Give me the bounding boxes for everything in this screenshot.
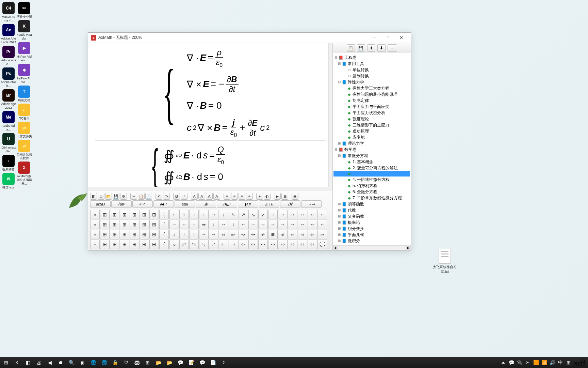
arrow-symbol-button[interactable]: → (189, 210, 199, 219)
desktop-txt-file[interactable]: 大飞哥软件自习室.txt (433, 249, 457, 274)
tree-node[interactable]: ⊟📘常微分方程 (333, 153, 410, 159)
tree-node[interactable]: ◆1. 基本概念 (333, 159, 410, 165)
arrow-symbol-button[interactable]: ↜ (229, 230, 238, 239)
arrow-symbol-button[interactable]: ← (317, 220, 327, 229)
matrix-template-button[interactable]: ⊞ (130, 240, 139, 249)
symbol-tab[interactable]: ÷∴∵ (132, 200, 153, 208)
arrow-symbol-button[interactable]: → (169, 220, 179, 229)
toolbar-button[interactable]: ▶ (274, 193, 281, 200)
matrix-template-button[interactable]: ⊞ (140, 230, 149, 239)
arrow-symbol-button[interactable]: ⇔ (219, 230, 228, 239)
arrow-symbol-button[interactable]: ↑ (189, 230, 199, 239)
arrow-symbol-button[interactable]: ↔ (209, 230, 218, 239)
tree-node[interactable]: ◆7. 二阶常系数线性微分方程 (333, 195, 410, 201)
taskbar-app[interactable]: ⊞ (143, 358, 152, 367)
matrix-template-button[interactable]: ⊞ (110, 230, 119, 239)
toolbar-button[interactable]: B (173, 193, 180, 200)
arrow-symbol-button[interactable]: ≉ (278, 230, 288, 239)
arrow-symbol-button[interactable]: ↕ (219, 210, 228, 219)
tree-node[interactable]: ◆4. 一阶线性微分方程 (333, 177, 410, 183)
matrix-template-button[interactable]: ▫ (90, 230, 100, 239)
horizontal-scrollbar[interactable] (88, 187, 332, 191)
arrow-symbol-button[interactable]: ⇄ (179, 240, 189, 249)
symbol-tab[interactable]: 吉 (196, 200, 216, 208)
arrow-symbol-button[interactable]: ↙ (258, 210, 268, 219)
vertical-scrollbar[interactable] (328, 43, 332, 187)
tree-node[interactable]: ◆6. 全微分方程 (333, 189, 410, 195)
arrow-symbol-button[interactable]: ⇐ (308, 230, 317, 239)
tree-node[interactable]: ◆平面应力与平面应变 (333, 104, 410, 110)
arrow-symbol-button[interactable]: ○ (169, 240, 179, 249)
taskbar-app[interactable]: ⊞ (1, 358, 11, 367)
library-tool-button[interactable]: 📋 (347, 44, 355, 52)
arrow-symbol-button[interactable]: ⇆ (189, 240, 199, 249)
toolbar-button[interactable]: ⚙ (120, 193, 127, 200)
arrow-symbol-button[interactable]: ↕ (229, 220, 238, 229)
desktop-icon[interactable]: C4Maxon nema 4... (1, 2, 16, 22)
desktop-icon[interactable]: PrAdobe emie... (1, 46, 16, 66)
arrow-symbol-button[interactable]: ⇒ (317, 230, 327, 239)
arrow-symbol-button[interactable]: ⇔ (258, 240, 268, 249)
matrix-template-button[interactable]: ⊞ (149, 210, 159, 219)
desktop-icon[interactable]: ♪视频神器 (1, 155, 16, 171)
taskbar-app[interactable]: ⏺ (56, 358, 65, 367)
arrow-symbol-button[interactable]: ↖ (229, 210, 238, 219)
desktop-icon[interactable]: 📁自用开发测试软件 (16, 140, 32, 160)
matrix-template-button[interactable]: ⊞ (100, 230, 110, 239)
arrow-symbol-button[interactable]: ↔ (268, 210, 278, 219)
tree-node[interactable]: ◆强度理论 (333, 116, 410, 122)
tree-node[interactable]: ⊞📘代数 (333, 207, 410, 213)
toolbar-button[interactable]: A (191, 193, 198, 200)
desktop-icon[interactable]: ♫QQ音乐 (16, 104, 32, 120)
minimize-button[interactable]: ─ (367, 33, 381, 43)
matrix-template-button[interactable]: ⊞ (110, 210, 119, 219)
symbol-tab[interactable]: ⟨⟩∥ (280, 200, 300, 208)
toolbar-button[interactable]: 💾 (113, 193, 119, 200)
arrow-symbol-button[interactable]: ↔ (209, 210, 218, 219)
tray-icon[interactable]: 🔌 (517, 358, 523, 367)
matrix-template-button[interactable]: { (159, 220, 169, 229)
arrow-symbol-button[interactable]: ⇐ (219, 240, 228, 249)
arrow-symbol-button[interactable]: ⇔ (239, 240, 248, 249)
toolbar-button[interactable]: I (181, 193, 187, 200)
desktop-icon[interactable]: KKoodo Reader (16, 20, 32, 41)
matrix-template-button[interactable]: ⊞ (140, 240, 149, 249)
arrow-symbol-button[interactable]: ↔ (298, 210, 307, 219)
tree-node[interactable]: ◆平面应力状态分析 (333, 110, 410, 116)
taskbar-app[interactable]: 🔍 (67, 358, 76, 367)
symbol-tab[interactable]: âãä (175, 200, 195, 208)
desktop-icon[interactable]: ✉微信.exe (1, 173, 16, 189)
tray-icon[interactable]: 💬 (508, 358, 514, 367)
arrow-symbol-button[interactable]: ↔ (268, 220, 278, 229)
tree-node[interactable]: ◆弹性问题的最小势能原理 (333, 91, 410, 97)
tree-node[interactable]: ⊞📘理论力学 (333, 140, 410, 147)
symbol-tab[interactable]: →⇒ (301, 200, 322, 208)
tree-node[interactable]: ✂进制转换 (333, 73, 410, 79)
tree-node[interactable]: ◆ (333, 171, 410, 177)
toolbar-button[interactable]: A (198, 193, 205, 200)
arrow-symbol-button[interactable]: ⇒ (229, 240, 238, 249)
toolbar-button[interactable]: ✂ (130, 193, 137, 200)
toolbar-button[interactable]: ≡ (231, 193, 238, 200)
desktop-icon[interactable]: PsAdobe otosh... (1, 67, 16, 88)
toolbar-button[interactable]: A (206, 193, 213, 200)
arrow-symbol-button[interactable]: ⇔ (268, 240, 278, 249)
arrow-symbol-button[interactable]: ⇋ (199, 240, 209, 249)
arrow-symbol-button[interactable]: ↓ (199, 210, 209, 219)
symbol-tab[interactable]: √ab² (111, 200, 132, 208)
tree-node[interactable]: ⊟📘弹性力学 (333, 79, 410, 85)
toolbar-button[interactable]: ◐ (264, 193, 271, 200)
matrix-template-button[interactable]: { (159, 230, 169, 239)
toolbar-button[interactable]: ≡ (224, 193, 230, 200)
matrix-template-button[interactable]: ⊞ (100, 210, 110, 219)
desktop-icon[interactable]: MeAdobe edia... (1, 111, 16, 132)
matrix-template-button[interactable]: ⊞ (100, 240, 110, 249)
taskbar-app[interactable]: 🔒 (110, 358, 120, 367)
arrow-symbol-button[interactable]: ≇ (268, 230, 278, 239)
matrix-template-button[interactable]: ⊞ (100, 220, 110, 229)
arrow-symbol-button[interactable]: ↑ (179, 230, 189, 239)
taskbar-app[interactable]: 📂 (165, 358, 174, 367)
titlebar[interactable]: Σ AxMath - 无标题 - 200% ─ ☐ ✕ (88, 33, 411, 43)
toolbar-button[interactable]: 📋 (138, 193, 145, 200)
tray-icon[interactable]: 中 (557, 358, 564, 367)
